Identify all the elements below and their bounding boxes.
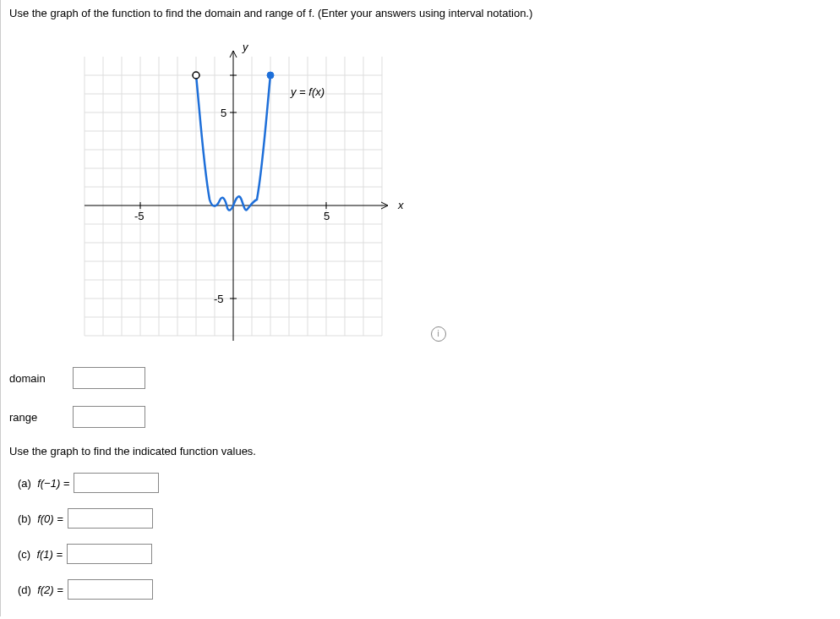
part-a-input[interactable] <box>74 473 159 493</box>
x-axis-label: x <box>397 199 404 211</box>
part-b-label: (b) f(0) = <box>18 512 63 525</box>
graph-container: -5 5 5 -5 x y y = f(x) i <box>77 41 832 350</box>
closed-endpoint <box>267 72 274 79</box>
part-a-label: (a) f(−1) = <box>18 477 69 490</box>
part-c-label: (c) f(1) = <box>18 548 63 561</box>
part-a-row: (a) f(−1) = <box>18 473 832 493</box>
part-b-input[interactable] <box>68 508 153 529</box>
y-axis-label: y <box>242 41 249 53</box>
part-b-row: (b) f(0) = <box>18 508 832 529</box>
part-d-input[interactable] <box>68 579 153 600</box>
range-input[interactable] <box>73 406 145 428</box>
domain-row: domain <box>9 367 832 389</box>
info-icon[interactable]: i <box>431 326 446 342</box>
range-label: range <box>9 411 73 424</box>
part-d-label: (d) f(2) = <box>18 583 63 596</box>
open-endpoint <box>193 72 199 79</box>
function-label: y = f(x) <box>290 85 325 98</box>
part-c-input[interactable] <box>67 544 152 564</box>
part-c-row: (c) f(1) = <box>18 544 832 564</box>
function-graph: -5 5 5 -5 x y y = f(x) <box>77 41 415 345</box>
sub-question-text: Use the graph to find the indicated func… <box>9 445 832 457</box>
part-d-row: (d) f(2) = <box>18 579 832 600</box>
ytick-5: 5 <box>221 107 226 119</box>
domain-input[interactable] <box>73 367 145 389</box>
xtick-5: 5 <box>324 210 330 222</box>
domain-label: domain <box>9 372 73 385</box>
ytick-neg5: -5 <box>214 293 224 305</box>
question-text: Use the graph of the function to find th… <box>9 2 832 32</box>
range-row: range <box>9 406 832 428</box>
xtick-neg5: -5 <box>134 210 145 222</box>
